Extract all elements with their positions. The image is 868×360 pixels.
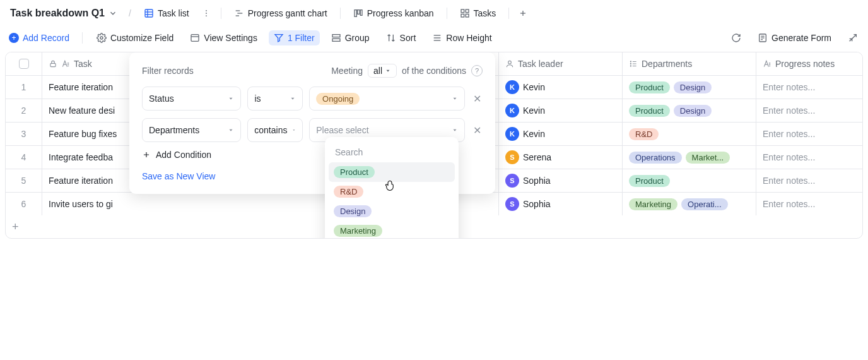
tab-more-icon[interactable] [198,9,214,18]
row-height-icon [432,33,442,43]
svg-rect-10 [355,10,356,17]
svg-rect-20 [191,35,199,42]
tab-label: Tasks [474,8,496,18]
tag-product: Product [334,166,375,178]
dropdown-option-product[interactable]: Product [329,162,455,182]
svg-point-39 [630,63,631,64]
tab-label: Progress kanban [367,8,434,18]
header-departments[interactable]: Departments [623,52,756,75]
notes-placeholder: Enter notes... [763,129,815,139]
filter-button[interactable]: 1 Filter [269,30,320,45]
cell-departments[interactable]: Marketing Operati... [623,193,756,215]
notes-placeholder: Enter notes... [763,176,815,186]
header-checkbox-cell[interactable] [6,52,42,75]
tag-rd: R&D [629,128,659,140]
tag-marketing: Marketing [334,225,382,237]
customize-field-button[interactable]: Customize Field [91,30,179,45]
cell-notes[interactable]: Enter notes... [756,169,862,192]
cell-departments[interactable]: Product [623,169,756,192]
add-tab-button[interactable] [515,6,531,21]
cell-leader[interactable]: K Kevin [499,123,623,145]
notes-placeholder: Enter notes... [763,105,815,116]
cell-leader[interactable]: S Sophia [499,169,623,192]
row-number: 6 [6,193,42,215]
share-button[interactable] [843,30,863,45]
svg-rect-15 [461,14,464,17]
list-icon [629,59,638,68]
cell-notes[interactable]: Enter notes... [756,76,862,99]
cell-departments[interactable]: Product Design [623,76,756,99]
filter-title: Filter records [142,66,194,76]
svg-marker-52 [230,129,233,131]
cell-leader[interactable]: S Serena [499,146,623,169]
row-number: 3 [6,123,42,145]
tab-progress-gantt[interactable]: Progress gantt chart [228,6,334,21]
form-icon [758,33,768,43]
toolbar: + Add Record Customize Field View Settin… [0,27,868,52]
tag-product: Product [629,175,670,187]
cell-departments[interactable]: Product Design [623,99,756,122]
svg-marker-48 [387,70,390,72]
header-leader[interactable]: Task leader [499,52,623,75]
remove-condition-button[interactable]: ✕ [471,124,483,136]
cell-departments[interactable]: R&D [623,123,756,145]
refresh-icon [731,33,741,43]
help-icon[interactable]: ? [471,65,483,76]
avatar: S [505,197,519,211]
tab-progress-kanban[interactable]: Progress kanban [347,6,440,21]
group-button[interactable]: Group [326,30,375,45]
add-record-button[interactable]: + Add Record [5,30,73,45]
view-tabs-bar: Task breakdown Q1 / Task list Progress g… [0,0,868,27]
condition-value-select[interactable]: Ongoing [309,87,465,111]
customize-field-label: Customize Field [110,33,173,43]
tag-rd: R&D [334,186,363,198]
generate-form-button[interactable]: Generate Form [753,30,836,45]
dropdown-option-marketing[interactable]: Marketing [329,221,455,239]
remove-condition-button[interactable]: ✕ [471,93,483,105]
cell-leader[interactable]: K Kevin [499,99,623,122]
header-departments-label: Departments [642,59,692,69]
breadcrumb-separator: / [125,8,135,18]
tab-tasks[interactable]: Tasks [454,6,503,21]
add-condition-label: Add Condition [156,150,211,160]
row-number: 5 [6,169,42,192]
dropdown-search-input[interactable]: Search [329,142,455,162]
svg-rect-32 [50,63,56,66]
svg-point-6 [206,15,207,16]
svg-point-4 [206,10,207,11]
row-height-button[interactable]: Row Height [427,30,496,45]
view-settings-button[interactable]: View Settings [185,30,262,45]
svg-rect-23 [332,35,340,37]
tag-product: Product [629,81,670,93]
row-number: 1 [6,76,42,99]
refresh-button[interactable] [726,30,746,45]
meeting-mode-select[interactable]: all [368,64,397,78]
cell-notes[interactable]: Enter notes... [756,193,862,215]
dropdown-option-design[interactable]: Design [329,201,455,221]
tab-task-list[interactable]: Task list [138,6,196,21]
condition-operator-select[interactable]: is [247,87,303,111]
cell-departments[interactable]: Operations Market... [623,146,756,169]
filter-icon [274,33,284,43]
condition-operator-value: is [254,93,261,104]
cell-leader[interactable]: K Kevin [499,76,623,99]
cell-notes[interactable]: Enter notes... [756,123,862,145]
condition-operator-select[interactable]: contains [247,118,303,142]
cell-notes[interactable]: Enter notes... [756,99,862,122]
person-icon [505,59,514,68]
svg-marker-51 [454,98,457,100]
sort-button[interactable]: Sort [381,30,421,45]
cell-notes[interactable]: Enter notes... [756,146,862,169]
condition-field-select[interactable]: Departments [142,118,241,142]
tag-marketing: Market... [686,152,730,164]
svg-point-19 [100,37,103,39]
checkbox[interactable] [19,59,29,69]
breadcrumb-title[interactable]: Task breakdown Q1 [5,5,122,21]
condition-field-select[interactable]: Status [142,87,241,111]
cell-leader[interactable]: S Sophia [499,193,623,215]
data-table: Task Task leader Departments Progress no… [5,52,863,239]
lock-icon [49,59,57,68]
header-notes[interactable]: Progress notes [756,52,862,75]
svg-rect-24 [332,39,340,41]
svg-marker-53 [293,129,295,131]
